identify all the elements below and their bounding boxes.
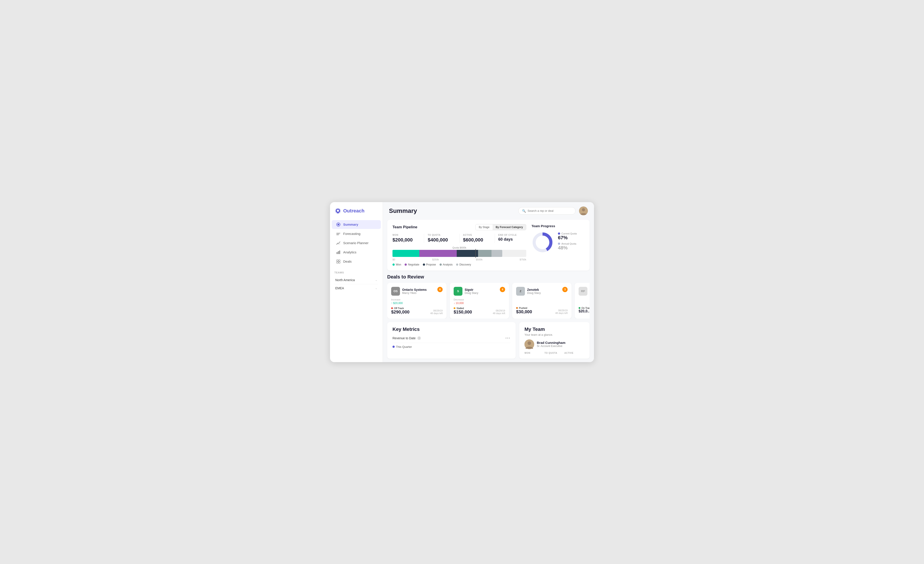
- legend-dot-negotiate: [405, 263, 407, 266]
- ontario-status-label: Off Track: [394, 307, 404, 310]
- main-content: Summary 🔍: [383, 202, 594, 362]
- metric-eoc: END OF CYCLE 60 days: [498, 234, 526, 243]
- metric-active: ACTIVE $600,000: [463, 234, 495, 243]
- legend-label-analysis: Analysis: [443, 263, 453, 266]
- sigstr-rep: Doug Stacy: [465, 292, 478, 295]
- legend-label-negotiate: Negotiate: [408, 263, 419, 266]
- team-progress-section: Team Progress: [531, 224, 584, 266]
- pipeline-bar: [393, 250, 526, 257]
- deal-card-rp[interactable]: RP On Trac... $20,0...: [574, 283, 590, 319]
- scenario-planner-label: Scenario Planner: [343, 241, 369, 245]
- won-label: WON: [393, 234, 420, 236]
- ontario-name: Ontario Systems: [402, 288, 427, 292]
- avatar-image: [579, 206, 588, 215]
- quota-line: [476, 249, 476, 258]
- deals-icon: [336, 259, 340, 264]
- deal-card-header-rp: RP: [579, 287, 590, 296]
- sigstr-date: 08/29/19 48 days left: [493, 309, 505, 314]
- revenue-info-icon[interactable]: i: [417, 336, 421, 340]
- sigstr-change-label: Decrease: [454, 298, 505, 301]
- sigstr-company-info: S Sigstr Doug Stacy: [454, 287, 478, 296]
- ontario-company-info: OS Ontario Systems Marcy Yikes: [391, 287, 427, 296]
- pipeline-left: Team Pipeline By Stage By Forecast Categ…: [393, 224, 526, 266]
- deals-section: Deals to Review OS Ontario Systems Marcy…: [387, 274, 590, 319]
- quota-value: $400,000: [428, 237, 456, 243]
- ontario-status-dot: [391, 307, 393, 309]
- ontario-footer: Off Track $290,000 08/29/19 48 days left: [391, 307, 442, 314]
- ontario-status-amount: Off Track $290,000: [391, 307, 410, 314]
- revenue-more-icon[interactable]: •••: [506, 336, 510, 340]
- team-north-america[interactable]: North America ⌄: [334, 276, 378, 284]
- sigstr-status-amount: Stalled $150,000: [454, 307, 472, 314]
- eoc-label: END OF CYCLE: [498, 234, 526, 236]
- sigstr-badge: 4: [500, 287, 505, 292]
- annual-quota-label: Annual Quota: [558, 242, 577, 245]
- pipeline-bar-wrapper: $0 $250k $500k $750k: [393, 250, 526, 261]
- sidebar: Outreach Summary: [330, 202, 383, 362]
- donut-container: Current Quota 67% Annual Quota 48%: [531, 232, 584, 253]
- page-title: Summary: [389, 208, 417, 214]
- analytics-label: Analytics: [343, 250, 356, 254]
- eoc-value: 60 days: [498, 237, 526, 242]
- deals-header: Deals to Review: [387, 274, 590, 280]
- rp-status-dot: [579, 307, 580, 309]
- zenotek-company-info: Z Zenotek Doug Stacy: [516, 287, 541, 296]
- ontario-change-value: ↑ $20,000: [391, 302, 442, 305]
- zenotek-status: Pushed: [516, 307, 532, 309]
- zenotek-details: Zenotek Doug Stacy: [527, 288, 541, 295]
- revenue-label-group: Revenue to Date i: [393, 336, 421, 340]
- zenotek-amount: $30,000: [516, 309, 532, 314]
- toggle-by-forecast[interactable]: By Forecast Category: [493, 224, 526, 230]
- revenue-label: Revenue to Date: [393, 336, 416, 340]
- key-metrics-card: Key Metrics Revenue to Date i ••• This Q…: [387, 322, 516, 359]
- logo[interactable]: Outreach: [330, 208, 382, 220]
- toggle-by-stage[interactable]: By Stage: [476, 224, 493, 230]
- team-emea[interactable]: EMEA ⌄: [334, 284, 378, 292]
- user-avatar[interactable]: [579, 206, 588, 215]
- sidebar-item-analytics[interactable]: Analytics: [332, 248, 381, 257]
- analytics-icon: [336, 250, 340, 254]
- brad-avatar: [525, 340, 534, 349]
- quota-bar-label: Quota $600k: [393, 246, 526, 249]
- rp-logo: RP: [579, 287, 587, 296]
- sidebar-item-scenario-planner[interactable]: Scenario Planner: [332, 239, 381, 247]
- deals-label: Deals: [343, 260, 351, 263]
- legend-dot-won: [393, 263, 394, 266]
- legend-negotiate: Negotiate: [405, 263, 419, 266]
- search-bar[interactable]: 🔍: [518, 207, 576, 215]
- zenotek-rep: Doug Stacy: [527, 292, 541, 295]
- forecasting-icon: [336, 232, 340, 236]
- deal-card-header-sigstr: S Sigstr Doug Stacy 4: [454, 287, 505, 296]
- quota-label: TO QUOTA: [428, 234, 456, 236]
- ontario-rep: Marcy Yikes: [402, 292, 427, 295]
- sidebar-item-deals[interactable]: Deals: [332, 257, 381, 266]
- axis-250: $250k: [432, 258, 439, 261]
- pipeline-toggle: By Stage By Forecast Category: [476, 224, 526, 230]
- rp-company-info: RP: [579, 287, 587, 296]
- svg-rect-10: [337, 260, 338, 261]
- deal-card-ontario[interactable]: OS Ontario Systems Marcy Yikes 6 Increas…: [387, 283, 447, 319]
- legend-label-discovery: Discovery: [459, 263, 471, 266]
- sigstr-status-dot: [454, 307, 455, 309]
- bar-analysis: [478, 250, 492, 257]
- search-input[interactable]: [528, 209, 572, 212]
- sidebar-item-summary[interactable]: Summary: [332, 220, 381, 229]
- sigstr-change-value: ↓ 10,000: [454, 302, 505, 305]
- annual-quota-pct: 48%: [558, 245, 577, 250]
- teams-section: TEAMS North America ⌄ EMEA ⌄: [330, 271, 382, 292]
- sigstr-details: Sigstr Doug Stacy: [465, 288, 478, 295]
- ontario-date: 08/29/19 48 days left: [430, 309, 442, 314]
- legend-label-propose: Propose: [426, 263, 436, 266]
- header-right: 🔍: [518, 206, 588, 215]
- zenotek-date: 08/29/19 48 days left: [555, 309, 568, 314]
- sidebar-item-forecasting[interactable]: Forecasting: [332, 229, 381, 238]
- zenotek-status-dot: [516, 307, 518, 309]
- this-quarter: This Quarter: [393, 343, 510, 349]
- sigstr-footer: Stalled $150,000 08/29/19 48 days left: [454, 307, 505, 314]
- summary-icon: [336, 223, 340, 227]
- zenotek-badge: 3: [562, 287, 568, 292]
- my-team-subtitle: Your team at a glance.: [525, 333, 584, 336]
- deal-card-sigstr[interactable]: S Sigstr Doug Stacy 4 Decrease ↓ 10,000: [450, 283, 509, 319]
- legend-dot-analysis: [440, 263, 442, 266]
- deal-card-zenotek[interactable]: Z Zenotek Doug Stacy 3: [512, 283, 572, 319]
